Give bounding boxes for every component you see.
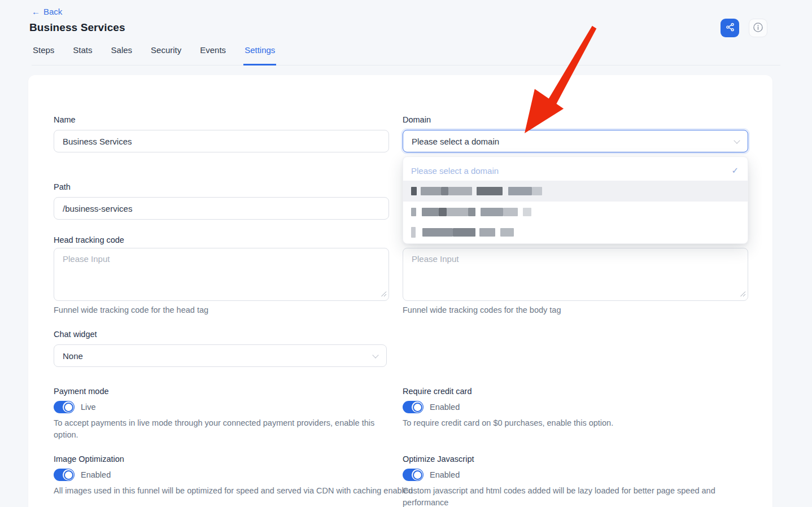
path-input[interactable] [54,197,389,220]
resize-grip-icon[interactable] [381,289,387,299]
body-tracking-textarea[interactable]: Please Input [403,248,748,301]
resize-grip-icon[interactable] [740,289,746,299]
back-link[interactable]: ←Back [32,7,62,16]
body-tracking-helper: Funnel wide tracking codes for the body … [403,304,748,316]
domain-label: Domain [403,115,431,124]
tab-security[interactable]: Security [150,43,182,65]
toggle-knob [412,401,423,413]
tab-stats[interactable]: Stats [72,43,93,65]
page-title: Business Services [29,21,125,34]
image-optimization-toggle[interactable] [54,469,75,481]
optimize-javascript-helper: Custom javascript and html codes added w… [403,485,736,507]
tab-bar: Steps Stats Sales Security Events Settin… [32,43,780,65]
payment-mode-toggle[interactable] [54,401,75,413]
require-credit-card-toggle[interactable] [403,401,424,413]
domain-select[interactable]: Please select a domain [403,130,748,152]
chat-widget-select[interactable]: None [54,344,387,367]
funnel-settings-page: ←Back Business Services Steps Stats Sale… [0,0,812,507]
require-credit-card-label: Require credit card [403,387,472,396]
require-credit-card-state: Enabled [430,403,460,412]
tab-sales[interactable]: Sales [110,43,134,65]
redacted-text [411,227,514,238]
settings-card: Name Domain Please select a domain Pleas… [28,75,772,507]
toggle-knob [63,469,74,480]
tab-events[interactable]: Events [199,43,227,65]
toggle-knob [412,469,423,480]
dropdown-option-redacted[interactable] [403,222,748,242]
payment-mode-helper: To accept payments in live mode through … [54,417,392,441]
path-label: Path [54,182,71,191]
redacted-text [411,208,531,216]
head-tracking-placeholder: Please Input [63,254,110,264]
share-icon [725,22,735,34]
require-credit-card-helper: To require credit card on $0 purchases, … [403,417,741,429]
body-tracking-placeholder: Please Input [412,254,459,264]
optimize-javascript-toggle[interactable] [403,469,424,481]
optimize-javascript-state: Enabled [430,470,460,479]
chevron-down-icon [373,353,378,359]
payment-mode-state: Live [81,403,96,412]
domain-dropdown-panel: Please select a domain ✓ [403,156,748,244]
image-optimization-helper: All images used in this funnel will be o… [54,485,415,497]
redacted-text [411,187,542,195]
chat-widget-value: None [63,351,83,361]
check-icon: ✓ [731,165,739,176]
image-optimization-label: Image Optimization [54,454,124,464]
dropdown-option-redacted[interactable] [403,202,748,222]
name-input[interactable] [54,130,389,152]
payment-mode-label: Payment mode [54,387,109,396]
back-arrow-icon: ← [32,7,40,16]
chat-widget-label: Chat widget [54,330,97,339]
tab-settings[interactable]: Settings [243,43,276,65]
dropdown-option-placeholder[interactable]: Please select a domain ✓ [403,160,748,181]
dropdown-option-redacted[interactable] [403,181,748,202]
share-button[interactable] [721,19,739,37]
info-button[interactable] [749,19,767,37]
dropdown-option-label: Please select a domain [411,166,499,176]
head-tracking-helper: Funnel wide tracking code for the head t… [54,304,396,316]
info-icon [753,22,763,34]
chevron-down-icon [734,138,740,144]
head-tracking-textarea[interactable]: Please Input [54,248,389,301]
head-tracking-label: Head tracking code [54,235,124,244]
domain-select-value: Please select a domain [412,137,499,146]
optimize-javascript-label: Optimize Javascript [403,454,474,464]
back-label: Back [43,7,62,16]
image-optimization-state: Enabled [81,470,111,479]
toggle-knob [63,401,74,413]
tab-steps[interactable]: Steps [32,43,55,65]
name-label: Name [54,115,76,124]
